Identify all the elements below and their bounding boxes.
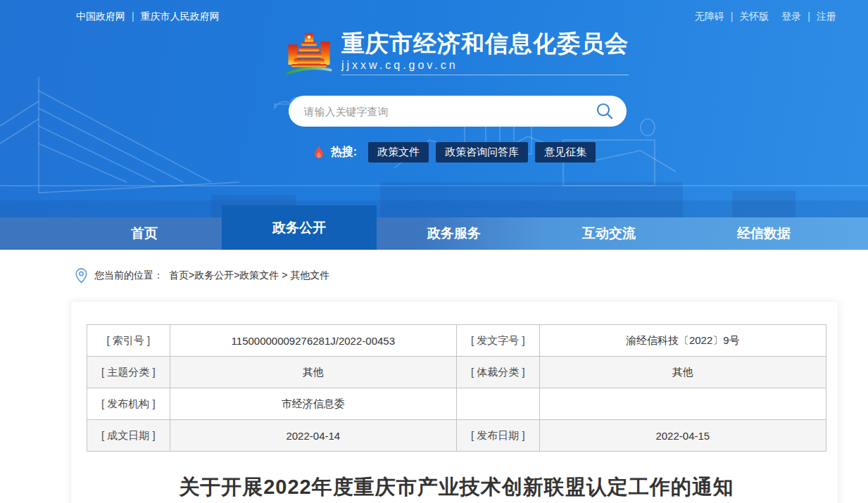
meta-value-genre-category: 其他 — [539, 357, 826, 388]
document-card: [ 索引号 ] 11500000009276281J/2022-00453 [ … — [70, 301, 838, 503]
nav-tab-home[interactable]: 首页 — [67, 217, 222, 250]
table-row: [ 索引号 ] 11500000009276281J/2022-00453 [ … — [87, 325, 826, 357]
link-login[interactable]: 登录 — [781, 11, 801, 22]
search-bar — [289, 96, 627, 127]
meta-value-document-number: 渝经信科技〔2022〕9号 — [539, 325, 826, 357]
separator: | — [731, 11, 734, 22]
site-title: 重庆市经济和信息化委员会 — [341, 29, 629, 58]
topbar-right-links: 无障碍|关怀版登录|注册 — [695, 11, 836, 23]
table-row: [ 成文日期 ] 2022-04-14 [ 发布日期 ] 2022-04-15 — [87, 420, 826, 452]
search-input[interactable] — [304, 106, 596, 117]
link-chongqing-gov[interactable]: 重庆市人民政府网 — [141, 11, 220, 22]
article-title: 关于开展2022年度重庆市产业技术创新联盟认定工作的通知 — [87, 473, 826, 502]
main-nav: 首页 政务公开 政务服务 互动交流 经信数据 — [0, 217, 868, 250]
table-row: [ 主题分类 ] 其他 [ 体裁分类 ] 其他 — [87, 357, 826, 388]
link-accessibility[interactable]: 无障碍 — [695, 11, 724, 22]
separator: | — [807, 11, 810, 22]
site-domain: jjxxw.cq.gov.cn — [341, 59, 629, 72]
meta-label-index-number: [ 索引号 ] — [87, 325, 170, 357]
site-header: 中国政府网|重庆市人民政府网 无障碍|关怀版登录|注册 — [0, 0, 868, 250]
nav-tab-economic-data[interactable]: 经信数据 — [686, 217, 841, 250]
breadcrumb-path[interactable]: 首页>政务公开>政策文件 > 其他文件 — [169, 269, 329, 282]
link-care-version[interactable]: 关怀版 — [739, 11, 769, 22]
meta-label-written-date: [ 成文日期 ] — [87, 420, 170, 452]
search-button[interactable] — [596, 102, 614, 120]
meta-value-issuing-agency: 市经济信息委 — [170, 388, 456, 420]
meta-value-empty — [539, 388, 826, 420]
nav-tab-interaction[interactable]: 互动交流 — [532, 217, 686, 250]
hot-search-row: 热搜: 政策文件 政策咨询问答库 意见征集 — [260, 142, 655, 163]
agency-logo-icon — [286, 29, 332, 81]
document-meta-table: [ 索引号 ] 11500000009276281J/2022-00453 [ … — [87, 324, 826, 452]
meta-label-document-number: [ 发文字号 ] — [456, 325, 539, 357]
meta-label-empty — [456, 388, 539, 420]
separator: | — [132, 11, 134, 22]
search-icon — [596, 102, 614, 120]
meta-value-topic-category: 其他 — [170, 357, 456, 388]
meta-label-genre-category: [ 体裁分类 ] — [456, 357, 539, 388]
header-center-block: 重庆市经济和信息化委员会 jjxxw.cq.gov.cn 热搜: 政策文件 政策… — [260, 29, 655, 163]
site-brand: 重庆市经济和信息化委员会 jjxxw.cq.gov.cn — [260, 29, 655, 81]
hot-link-policy-documents[interactable]: 政策文件 — [368, 142, 429, 163]
breadcrumb-prefix: 您当前的位置： — [94, 269, 163, 282]
location-pin-icon — [75, 268, 88, 284]
topbar: 中国政府网|重庆市人民政府网 无障碍|关怀版登录|注册 — [0, 0, 868, 23]
meta-label-issuing-agency: [ 发布机构 ] — [87, 388, 170, 420]
topbar-left-links: 中国政府网|重庆市人民政府网 — [76, 11, 220, 23]
meta-label-topic-category: [ 主题分类 ] — [87, 357, 170, 388]
link-china-gov[interactable]: 中国政府网 — [76, 11, 125, 22]
table-row: [ 发布机构 ] 市经济信息委 — [87, 388, 826, 420]
breadcrumb: 您当前的位置： 首页>政务公开>政策文件 > 其他文件 — [0, 250, 868, 301]
meta-value-index-number: 11500000009276281J/2022-00453 — [170, 325, 456, 357]
hot-link-opinion-solicitation[interactable]: 意见征集 — [535, 142, 596, 163]
nav-tab-government-disclosure[interactable]: 政务公开 — [222, 205, 377, 250]
flame-icon — [312, 145, 326, 160]
meta-label-publish-date: [ 发布日期 ] — [456, 420, 539, 452]
meta-value-publish-date: 2022-04-15 — [539, 420, 826, 452]
hot-link-policy-qa-library[interactable]: 政策咨询问答库 — [436, 142, 528, 163]
brand-text: 重庆市经济和信息化委员会 jjxxw.cq.gov.cn — [341, 29, 629, 75]
hot-search-label: 热搜: — [331, 145, 357, 160]
link-register[interactable]: 注册 — [817, 11, 836, 22]
nav-tab-government-services[interactable]: 政务服务 — [377, 217, 532, 250]
meta-value-written-date: 2022-04-14 — [170, 420, 456, 452]
